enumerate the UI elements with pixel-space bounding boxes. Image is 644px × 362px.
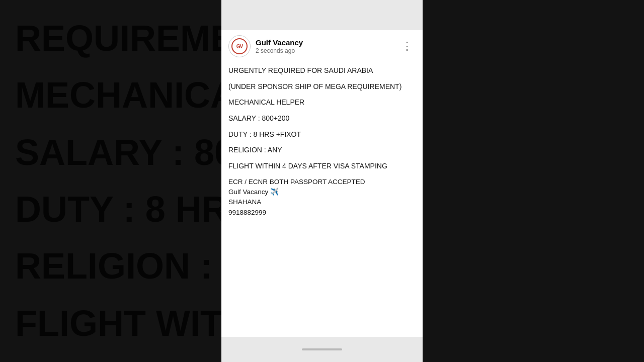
line-gulf-vacancy: Gulf Vacancy ✈️: [228, 187, 416, 197]
line-flight: FLIGHT WITHIN 4 DAYS AFTER VISA STAMPING: [228, 161, 416, 172]
right-overlay: [418, 0, 644, 362]
line-ecr: ECR / ECNR BOTH PASSPORT ACCEPTED: [228, 177, 416, 187]
post-info: Gulf Vacancy 2 seconds ago: [256, 38, 398, 54]
post-header: GV Gulf Vacancy 2 seconds ago ⋮: [221, 30, 423, 62]
card-bottom-bar: [221, 337, 423, 362]
line-religion: RELIGION : ANY: [228, 145, 416, 156]
avatar-letters: GV: [236, 44, 243, 49]
post-card: GV Gulf Vacancy 2 seconds ago ⋮ URGENTLY…: [221, 0, 423, 362]
card-top-bar: [221, 0, 423, 30]
line-job-title: MECHANICAL HELPER: [228, 97, 416, 108]
post-author-name: Gulf Vacancy: [256, 38, 398, 47]
post-timestamp: 2 seconds ago: [256, 47, 398, 54]
line-shahana: SHAHANA: [228, 197, 416, 207]
line-phone: 9918882999: [228, 208, 416, 218]
avatar-inner: GV: [231, 38, 248, 54]
avatar: GV: [228, 35, 251, 57]
line-duty: DUTY : 8 HRS +FIXOT: [228, 129, 416, 140]
line-sponsor: (UNDER SPONSOR SHIP OF MEGA REQUIREMENT): [228, 81, 416, 93]
line-urgently: URGENTLY REQUIRED FOR SAUDI ARABIA: [228, 65, 416, 76]
bottom-progress-indicator: [302, 348, 342, 350]
post-body: URGENTLY REQUIRED FOR SAUDI ARABIA (UNDE…: [221, 62, 423, 337]
left-overlay: [0, 0, 226, 362]
line-salary: SALARY : 800+200: [228, 113, 416, 124]
more-options-button[interactable]: ⋮: [398, 41, 416, 52]
